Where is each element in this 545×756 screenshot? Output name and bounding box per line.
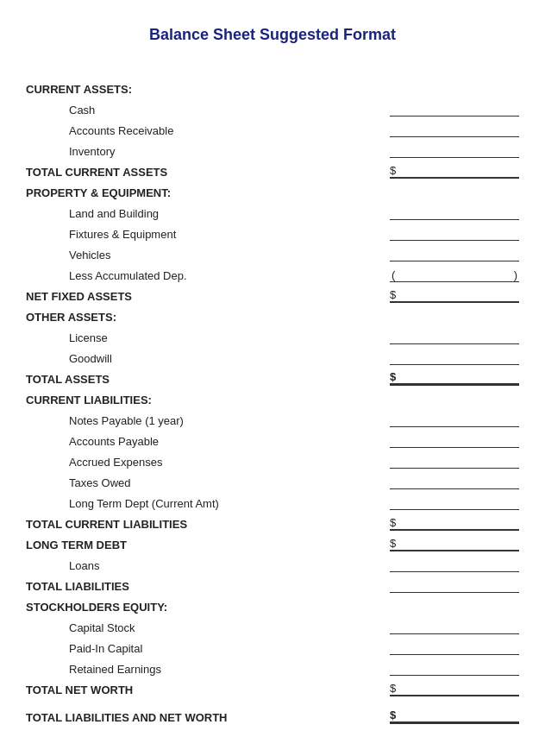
section-current-assets: CURRENT ASSETS: xyxy=(26,79,519,96)
paren-right: ) xyxy=(514,268,519,281)
cash-field[interactable] xyxy=(390,103,519,117)
net-fixed-assets-row: NET FIXED ASSETS $ xyxy=(26,286,519,303)
list-item: Taxes Owed xyxy=(26,472,519,489)
notes-payable-field[interactable] xyxy=(390,413,519,427)
list-item: Notes Payable (1 year) xyxy=(26,410,519,427)
list-item: Fixtures & Equipment xyxy=(26,224,519,241)
paren-left: ( xyxy=(390,268,395,281)
long-term-dept-current-field[interactable] xyxy=(390,496,519,510)
section-long-term-debt: LONG TERM DEBT $ xyxy=(26,534,519,551)
accounts-payable-field[interactable] xyxy=(390,434,519,448)
grand-total-field[interactable]: $ xyxy=(390,709,519,724)
total-current-liabilities-field[interactable]: $ xyxy=(390,517,519,531)
total-liabilities-row: TOTAL LIABILITIES xyxy=(26,576,519,593)
vehicles-field[interactable] xyxy=(390,248,519,261)
total-assets-row: TOTAL ASSETS $ xyxy=(26,369,519,386)
inventory-field[interactable] xyxy=(390,144,519,158)
accounts-receivable-field[interactable] xyxy=(390,123,519,137)
capital-stock-field[interactable] xyxy=(390,621,519,634)
dollar-sign: $ xyxy=(390,370,396,383)
dollar-sign: $ xyxy=(390,516,396,529)
list-item: Retained Earnings xyxy=(26,658,519,676)
taxes-owed-field[interactable] xyxy=(390,476,519,489)
land-building-field[interactable] xyxy=(390,206,519,220)
total-net-worth-row: TOTAL NET WORTH $ xyxy=(26,679,519,696)
list-item: Accounts Receivable xyxy=(26,120,519,137)
section-current-liabilities: CURRENT LIABILITIES: xyxy=(26,389,519,406)
section-property-equipment: PROPERTY & EQUIPMENT: xyxy=(26,182,519,199)
list-item: Paid-In Capital xyxy=(26,638,519,655)
section-stockholders-equity: STOCKHOLDERS EQUITY: xyxy=(26,596,519,614)
list-item: Long Term Dept (Current Amt) xyxy=(26,493,519,510)
total-liabilities-field[interactable] xyxy=(390,579,519,593)
grand-total-row: TOTAL LIABILITIES AND NET WORTH $ xyxy=(26,707,519,724)
page-title: Balance Sheet Suggested Format xyxy=(26,17,519,44)
list-item: Vehicles xyxy=(26,244,519,261)
list-item: Accrued Expenses xyxy=(26,451,519,469)
license-field[interactable] xyxy=(390,331,519,344)
dollar-sign: $ xyxy=(390,709,396,721)
list-item: Capital Stock xyxy=(26,617,519,634)
dollar-sign: $ xyxy=(390,682,396,695)
loans-field[interactable] xyxy=(390,558,519,572)
dollar-sign: $ xyxy=(390,537,396,550)
dollar-sign: $ xyxy=(390,288,396,301)
total-current-assets-row: TOTAL CURRENT ASSETS $ xyxy=(26,161,519,179)
list-item: Loans xyxy=(26,555,519,572)
total-current-liabilities-row: TOTAL CURRENT LIABILITIES $ xyxy=(26,513,519,531)
list-item: Inventory xyxy=(26,141,519,158)
retained-earnings-field[interactable] xyxy=(390,662,519,676)
list-item: Accounts Payable xyxy=(26,431,519,448)
dollar-sign: $ xyxy=(390,164,396,177)
list-item: Less Accumulated Dep. ( ) xyxy=(26,265,519,282)
accrued-expenses-field[interactable] xyxy=(390,455,519,469)
net-fixed-assets-field[interactable]: $ xyxy=(390,289,519,303)
total-assets-field[interactable]: $ xyxy=(390,370,519,386)
accumulated-dep-field[interactable]: ( ) xyxy=(390,268,519,282)
list-item: License xyxy=(26,327,519,344)
list-item: Land and Building xyxy=(26,203,519,220)
list-item: Cash xyxy=(26,99,519,117)
section-other-assets: OTHER ASSETS: xyxy=(26,306,519,324)
total-net-worth-field[interactable]: $ xyxy=(390,683,519,696)
fixtures-equipment-field[interactable] xyxy=(390,227,519,241)
goodwill-field[interactable] xyxy=(390,351,519,365)
paid-in-capital-field[interactable] xyxy=(390,641,519,655)
long-term-debt-total-field[interactable]: $ xyxy=(390,538,519,551)
list-item: Goodwill xyxy=(26,348,519,365)
total-current-assets-field[interactable]: $ xyxy=(390,165,519,179)
